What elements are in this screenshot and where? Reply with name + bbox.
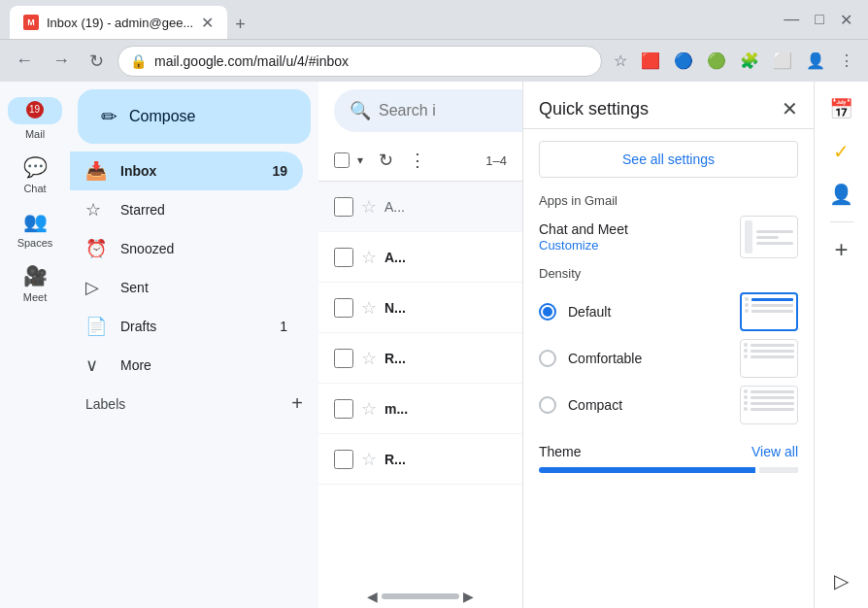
sidebar-item-snoozed[interactable]: ⏰ Snoozed — [70, 229, 303, 268]
extension-button-1[interactable]: 🟥 — [637, 48, 664, 74]
customize-button[interactable]: Customize — [539, 238, 598, 253]
compose-button[interactable]: ✏ Compose — [78, 89, 311, 144]
email-row[interactable]: ☆ A... 📎 Press Relea... - Dear Sir/Ma...… — [318, 182, 522, 232]
starred-icon: ☆ — [85, 199, 105, 220]
quick-settings-header: Quick settings ✕ — [523, 82, 814, 129]
email-star[interactable]: ☆ — [361, 247, 377, 268]
right-rail-contacts[interactable]: 👤 — [822, 175, 861, 214]
refresh-button[interactable]: ↻ — [373, 144, 399, 177]
email-row[interactable]: ☆ m... [GeeksMint... - A new com... Jul … — [318, 384, 522, 434]
email-list: ☆ A... 📎 Press Relea... - Dear Sir/Ma...… — [318, 182, 522, 585]
search-icon: 🔍 — [350, 100, 371, 121]
rail-item-meet[interactable]: 🎥 Meet — [8, 256, 62, 311]
density-option-default[interactable]: Default — [539, 288, 798, 335]
address-bar[interactable]: 🔒 mail.google.com/mail/u/4/#inbox — [117, 46, 602, 77]
right-rail-divider — [830, 221, 853, 222]
email-star[interactable]: ☆ — [361, 196, 377, 218]
radio-compact[interactable] — [539, 396, 556, 414]
spaces-icon: 👥 — [23, 210, 48, 233]
extension-puzzle-button[interactable]: 🧩 — [736, 48, 763, 74]
comfortable-preview — [740, 339, 798, 378]
email-sender: R... — [384, 452, 522, 467]
right-rail-add[interactable]: + — [822, 230, 861, 269]
email-star[interactable]: ☆ — [361, 348, 377, 369]
starred-label: Starred — [120, 202, 287, 218]
bookmark-button[interactable]: ☆ — [610, 48, 631, 74]
add-label-button[interactable]: + — [291, 392, 303, 415]
extension-button-3[interactable]: 🟢 — [703, 48, 730, 74]
email-checkbox[interactable] — [334, 298, 353, 318]
meet-label: Meet — [23, 291, 47, 303]
right-rail-tasks[interactable]: ✓ — [822, 132, 861, 171]
maximize-button[interactable]: □ — [809, 9, 830, 30]
reload-button[interactable]: ↻ — [83, 47, 110, 76]
sidebar-item-starred[interactable]: ☆ Starred — [70, 190, 303, 229]
more-options-button[interactable]: ⋮ — [403, 144, 432, 177]
drafts-count: 1 — [280, 319, 287, 334]
active-tab[interactable]: M Inbox (19) - admin@gee... ✕ — [10, 6, 227, 39]
email-checkbox[interactable] — [334, 248, 353, 267]
email-checkbox[interactable] — [334, 450, 353, 469]
email-sender: A... — [384, 250, 522, 265]
radio-comfortable[interactable] — [539, 350, 556, 367]
forward-button[interactable]: → — [47, 47, 76, 75]
labels-header: Labels + — [70, 385, 318, 419]
radio-default[interactable] — [539, 303, 556, 321]
rail-item-chat[interactable]: 💬 Chat — [8, 148, 62, 202]
select-all-checkbox[interactable] — [334, 152, 350, 168]
sidebar-button[interactable]: ⬜ — [769, 48, 796, 74]
more-icon: ∨ — [85, 355, 105, 376]
scroll-left-button[interactable]: ◀ — [367, 589, 378, 604]
snoozed-label: Snoozed — [120, 241, 287, 256]
email-sender: A... — [384, 199, 522, 215]
email-star[interactable]: ☆ — [361, 449, 377, 470]
app-layout: ✉ 19 Mail 💬 Chat 👥 Spaces 🎥 Meet ✏ Compo… — [0, 82, 868, 608]
email-row[interactable]: ☆ R... Guest/Spo... - Hello! I'm R... Ju… — [318, 434, 522, 485]
mail-badge: 19 — [26, 101, 44, 118]
close-window-button[interactable]: ✕ — [834, 9, 858, 31]
inbox-count: 19 — [272, 163, 287, 179]
close-tab-button[interactable]: ✕ — [201, 14, 214, 32]
account-button[interactable]: 👤 — [802, 48, 829, 74]
scroll-right-button[interactable]: ▶ — [463, 589, 474, 604]
density-option-compact[interactable]: Compact — [539, 382, 798, 428]
rail-item-spaces[interactable]: 👥 Spaces — [8, 202, 62, 256]
minimize-button[interactable]: — — [778, 9, 805, 30]
meet-icon: 🎥 — [23, 264, 48, 287]
select-dropdown-button[interactable]: ▾ — [351, 148, 369, 173]
email-checkbox[interactable] — [334, 349, 353, 368]
tab-title: Inbox (19) - admin@gee... — [47, 16, 193, 30]
email-row[interactable]: ☆ N... Content C... - Hi, I hope y... Ju… — [318, 283, 522, 333]
sidebar-item-sent[interactable]: ▷ Sent — [70, 268, 303, 307]
center-panel: 🔍 ⚙ ● ▾ ? ⚙ ⋮⋮ Google G — [318, 82, 814, 608]
browser-tabs: M Inbox (19) - admin@gee... ✕ + — [10, 0, 253, 39]
scroll-thumb[interactable] — [382, 593, 459, 599]
email-row[interactable]: ☆ A... Asking For... - Hi, I hope y... J… — [318, 232, 522, 283]
sidebar-item-more[interactable]: ∨ More — [70, 346, 303, 385]
extension-button-2[interactable]: 🔵 — [670, 48, 697, 74]
drafts-label: Drafts — [120, 319, 264, 334]
sidebar-item-drafts[interactable]: 📄 Drafts 1 — [70, 307, 303, 346]
email-row[interactable]: ☆ R... Welcome t... - Dear Ravi, ... Jul… — [318, 333, 522, 384]
inbox-icon: 📥 — [85, 160, 105, 182]
new-tab-button[interactable]: + — [227, 11, 253, 39]
back-button[interactable]: ← — [10, 47, 39, 75]
left-rail: ✉ 19 Mail 💬 Chat 👥 Spaces 🎥 Meet — [0, 82, 70, 608]
email-checkbox[interactable] — [334, 399, 353, 419]
density-option-comfortable[interactable]: Comfortable — [539, 335, 798, 382]
view-all-button[interactable]: View all — [751, 444, 798, 459]
quick-settings-close-button[interactable]: ✕ — [782, 97, 798, 120]
right-rail-calendar[interactable]: 📅 — [822, 89, 861, 128]
address-bar-row: ← → ↻ 🔒 mail.google.com/mail/u/4/#inbox … — [0, 39, 868, 82]
browser-controls: — □ ✕ — [778, 9, 858, 31]
quick-settings-body: See all settings Apps in Gmail Chat and … — [523, 129, 814, 608]
right-rail-expand[interactable]: ▷ — [822, 561, 861, 600]
compact-preview — [740, 386, 798, 424]
sidebar-item-inbox[interactable]: 📥 Inbox 19 — [70, 152, 303, 190]
email-star[interactable]: ☆ — [361, 297, 377, 319]
menu-button[interactable]: ⋮ — [835, 48, 858, 74]
email-star[interactable]: ☆ — [361, 398, 377, 420]
rail-item-mail[interactable]: ✉ 19 Mail — [8, 89, 62, 148]
email-checkbox[interactable] — [334, 197, 353, 217]
see-all-settings-button[interactable]: See all settings — [539, 141, 798, 178]
